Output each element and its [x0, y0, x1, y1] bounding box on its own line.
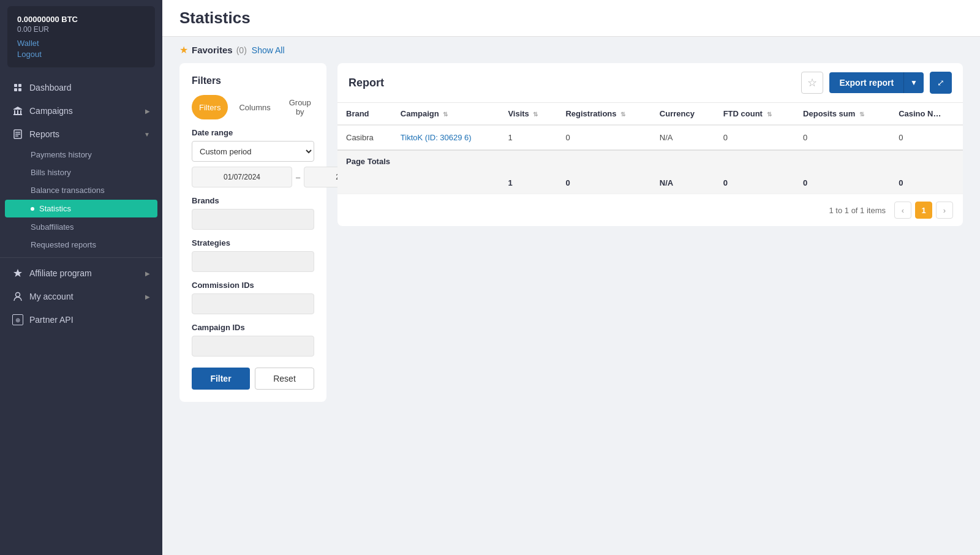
- sidebar-sub-requested-reports[interactable]: Requested reports: [0, 236, 162, 254]
- brands-label: Brands: [192, 196, 314, 205]
- period-select[interactable]: Custom period Today Yesterday Last 7 day…: [192, 141, 314, 162]
- sidebar-sub-bills-history[interactable]: Bills history: [0, 164, 162, 181]
- sidebar-item-reports[interactable]: Reports ▼: [0, 123, 162, 146]
- campaign-ids-input[interactable]: [192, 336, 314, 357]
- sidebar-item-affiliate-program[interactable]: Affiliate program ▶: [0, 262, 162, 285]
- registrations-sort-icon: ⇅: [620, 111, 625, 118]
- col-registrations[interactable]: Registrations ⇅: [557, 103, 650, 125]
- sidebar-item-campaigns[interactable]: Campaigns ▶: [0, 99, 162, 123]
- visits-sort-icon: ⇅: [533, 111, 538, 118]
- totals-registrations: 0: [557, 172, 650, 194]
- main-content: Statistics ★ Favorites (0) Show All Filt…: [162, 0, 980, 555]
- commission-ids-input[interactable]: [192, 293, 314, 314]
- reports-icon: [12, 129, 23, 140]
- strategies-input[interactable]: [192, 251, 314, 272]
- favorites-label: Favorites: [192, 45, 233, 55]
- totals-visits: 1: [499, 172, 557, 194]
- deposits-sort-icon: ⇅: [859, 111, 864, 118]
- page-totals-values-row: 1 0 N/A 0 0 0: [337, 172, 963, 194]
- sidebar-item-my-account[interactable]: My account ▶: [0, 285, 162, 308]
- table-header-row: Brand Campaign ⇅ Visits ⇅ Regi: [337, 103, 963, 125]
- col-brand: Brand: [337, 103, 392, 125]
- totals-campaign: [392, 172, 500, 194]
- sidebar-item-dashboard[interactable]: Dashboard: [0, 76, 162, 99]
- date-separator: –: [296, 173, 300, 182]
- pagination-info: 1 to 1 of 1 items: [829, 206, 886, 215]
- cell-ftd-count: 0: [715, 125, 794, 150]
- totals-ftd-count: 0: [715, 172, 794, 194]
- my-account-icon: [12, 291, 23, 302]
- sidebar-sub-statistics[interactable]: Statistics: [5, 200, 157, 217]
- sidebar-item-partner-api[interactable]: ⊕ Partner API: [0, 308, 162, 331]
- filter-button[interactable]: Filter: [192, 368, 250, 390]
- campaign-sort-icon: ⇅: [443, 111, 448, 118]
- date-range-label: Date range: [192, 128, 314, 137]
- prev-page-button[interactable]: ‹: [894, 202, 911, 219]
- page-header: Statistics: [162, 0, 980, 37]
- logout-link[interactable]: Logout: [17, 50, 145, 59]
- sidebar-sub-subaffiliates[interactable]: Subaffiliates: [0, 218, 162, 236]
- totals-brand: [337, 172, 392, 194]
- commission-ids-section: Commission IDs: [192, 281, 314, 314]
- campaign-link[interactable]: TiktoK (ID: 30629 6): [401, 133, 472, 142]
- page-totals-label-row: Page Totals: [337, 150, 963, 172]
- affiliate-icon: [12, 268, 23, 279]
- expand-button[interactable]: ⤢: [930, 72, 952, 94]
- campaign-ids-label: Campaign IDs: [192, 323, 314, 332]
- partner-api-icon: ⊕: [12, 314, 23, 325]
- totals-casino-nd: 0: [890, 172, 963, 194]
- show-all-link[interactable]: Show All: [252, 45, 285, 55]
- col-currency: Currency: [651, 103, 715, 125]
- reset-button[interactable]: Reset: [255, 368, 314, 390]
- svg-rect-7: [13, 114, 22, 115]
- cell-visits: 1: [499, 125, 557, 150]
- filters-tab-group-by[interactable]: Group by: [282, 95, 318, 119]
- svg-point-12: [16, 293, 20, 297]
- filters-panel: Filters Filters Columns Group by Date ra…: [179, 63, 326, 402]
- cell-registrations: 0: [557, 125, 650, 150]
- svg-rect-1: [18, 84, 21, 87]
- svg-rect-6: [20, 110, 21, 114]
- favorites-bar: ★ Favorites (0) Show All: [162, 37, 980, 63]
- next-page-button[interactable]: ›: [936, 202, 953, 219]
- filter-buttons: Filter Reset: [192, 368, 314, 390]
- sidebar-sub-payments-history[interactable]: Payments history: [0, 146, 162, 164]
- sidebar-sub-balance-transactions[interactable]: Balance transactions: [0, 181, 162, 199]
- filters-tab-filters[interactable]: Filters: [192, 95, 228, 119]
- sidebar-item-label-partner-api: Partner API: [29, 315, 150, 325]
- dashboard-icon: [12, 82, 23, 93]
- filters-title: Filters: [192, 75, 314, 86]
- page-1-button[interactable]: 1: [915, 202, 932, 219]
- campaign-ids-section: Campaign IDs: [192, 323, 314, 357]
- report-table: Brand Campaign ⇅ Visits ⇅ Regi: [337, 103, 963, 194]
- report-header: Report ☆ Export report ▼ ⤢: [337, 63, 963, 103]
- sidebar-item-label-reports: Reports: [29, 129, 138, 139]
- cell-deposits-sum: 0: [794, 125, 890, 150]
- campaigns-chevron-icon: ▶: [145, 108, 150, 115]
- cell-currency: N/A: [651, 125, 715, 150]
- commission-ids-label: Commission IDs: [192, 281, 314, 290]
- export-dropdown-button[interactable]: ▼: [903, 72, 924, 93]
- col-visits[interactable]: Visits ⇅: [499, 103, 557, 125]
- col-ftd-count[interactable]: FTD count ⇅: [715, 103, 794, 125]
- strategies-section: Strategies: [192, 238, 314, 272]
- report-panel: Report ☆ Export report ▼ ⤢ Brand: [337, 63, 963, 226]
- totals-deposits-sum: 0: [794, 172, 890, 194]
- filters-tab-columns[interactable]: Columns: [232, 95, 277, 119]
- date-from-input[interactable]: [192, 167, 292, 187]
- brands-input[interactable]: [192, 209, 314, 230]
- col-campaign[interactable]: Campaign ⇅: [392, 103, 500, 125]
- page-totals-label: Page Totals: [337, 150, 963, 172]
- svg-rect-0: [14, 84, 17, 87]
- wallet-link[interactable]: Wallet: [17, 39, 145, 48]
- svg-rect-5: [17, 110, 18, 114]
- col-deposits-sum[interactable]: Deposits sum ⇅: [794, 103, 890, 125]
- sidebar-nav: Dashboard Campaigns ▶ Reports ▼ Payments…: [0, 74, 162, 555]
- btc-balance: 0.00000000 BTC: [17, 15, 145, 24]
- star-favorite-button[interactable]: ☆: [801, 72, 823, 94]
- content-area: Filters Filters Columns Group by Date ra…: [162, 63, 980, 555]
- filters-tabs: Filters Columns Group by: [192, 95, 314, 119]
- table-head: Brand Campaign ⇅ Visits ⇅ Regi: [337, 103, 963, 125]
- svg-rect-3: [18, 88, 21, 91]
- export-report-button[interactable]: Export report: [829, 72, 903, 93]
